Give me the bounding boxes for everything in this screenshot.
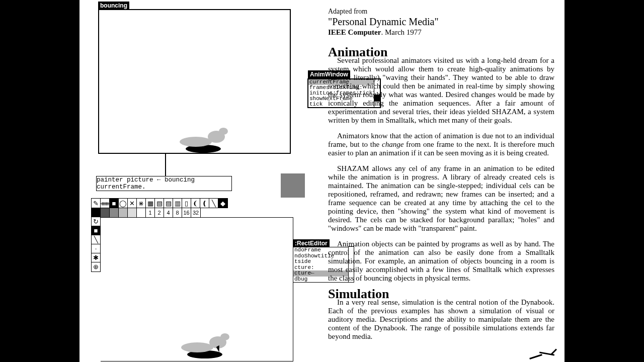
tool-fillrect-icon[interactable]: ■ (110, 199, 119, 208)
tool-rectoutline-icon[interactable]: ▯ (182, 199, 191, 208)
size-8[interactable]: 8 (173, 208, 182, 217)
para-3: SHAZAM allows any cel of any frame in an… (328, 164, 554, 233)
journal-rest: . March 1977 (381, 28, 421, 36)
swatch-ltmid[interactable] (119, 208, 128, 217)
tool-pattern4-icon[interactable]: ▥ (173, 199, 182, 208)
swatch-light[interactable] (128, 208, 137, 217)
bouncing-creature (180, 128, 230, 153)
para-4: Animation objects can be painted by prog… (328, 240, 554, 283)
gray-color-swatch[interactable] (281, 173, 305, 198)
painter-vertical-tools: ↻ ■ ╲ · ✱ ⊕ (91, 217, 101, 272)
tool-pattern2-icon[interactable]: ▧ (155, 199, 164, 208)
heading-animation: Animation (328, 48, 554, 56)
para-1: Several professional animators visited u… (328, 56, 554, 125)
tool-circle-icon[interactable]: ◯ (119, 199, 128, 208)
article-text: Adapted from "Personal Dynamic Media" IE… (328, 7, 554, 348)
size-2[interactable]: 2 (155, 208, 164, 217)
vtool-line-icon[interactable]: ╲ (92, 235, 100, 244)
size-16[interactable]: 16 (182, 208, 191, 217)
para-2: Animators know that the action of animat… (328, 132, 554, 157)
vtool-dot-icon[interactable]: · (92, 244, 100, 253)
tool-paren2-icon[interactable]: ❪ (200, 199, 209, 208)
vtool-rotate-icon[interactable]: ↻ (92, 217, 100, 226)
code-expression-box[interactable]: painter picture ← bouncing currentFrame. (96, 176, 232, 191)
swatch-black[interactable] (92, 208, 101, 217)
adapted-label: Adapted from (328, 7, 554, 16)
tool-paren1-icon[interactable]: ❨ (191, 199, 200, 208)
tool-star-icon[interactable]: ⋇ (137, 199, 146, 208)
tool-pattern1-icon[interactable]: ▦ (146, 199, 155, 208)
vtool-fill-icon[interactable]: ■ (92, 226, 100, 235)
painter-swatch-row: 1 2 4 8 16 32 (91, 208, 201, 218)
vtool-burst-icon[interactable]: ✱ (92, 253, 100, 262)
size-1[interactable]: 1 (146, 208, 155, 217)
tool-diamond-icon[interactable]: ◆ (218, 199, 227, 208)
swatch-white[interactable] (137, 208, 146, 217)
tool-hatch-icon[interactable]: ᚔ (101, 199, 110, 208)
swatch-mid[interactable] (110, 208, 119, 217)
journal-bold: IEEE Computer (328, 28, 381, 36)
tool-line-icon[interactable]: ╲ (209, 199, 218, 208)
tool-x-icon[interactable]: ✕ (128, 199, 137, 208)
painter-creature (181, 333, 231, 358)
vtool-zoom-icon[interactable]: ⊕ (92, 262, 100, 272)
connector-line (165, 154, 166, 176)
journal-line: IEEE Computer. March 1977 (328, 28, 554, 37)
painter-window: ✎ ᚔ ■ ◯ ✕ ⋇ ▦ ▧ ▨ ▥ ▯ ❨ ❪ ╲ ◆ 1 2 4 8 (91, 198, 293, 361)
para-5: In a very real sense, simulation is the … (328, 298, 554, 341)
painter-tool-row: ✎ ᚔ ■ ◯ ✕ ⋇ ▦ ▧ ▨ ▥ ▯ ❨ ❪ ╲ ◆ (91, 198, 228, 208)
page-glyph-icon (529, 349, 556, 361)
painter-canvas[interactable] (101, 217, 293, 361)
paper-title: "Personal Dynamic Media" (328, 18, 554, 26)
heading-simulation: Simulation (328, 290, 554, 298)
swatch-dark[interactable] (101, 208, 110, 217)
bouncing-window[interactable] (98, 9, 291, 154)
tool-pattern3-icon[interactable]: ▨ (164, 199, 173, 208)
size-32[interactable]: 32 (191, 208, 200, 217)
size-4[interactable]: 4 (164, 208, 173, 217)
tool-pencil-icon[interactable]: ✎ (92, 199, 101, 208)
